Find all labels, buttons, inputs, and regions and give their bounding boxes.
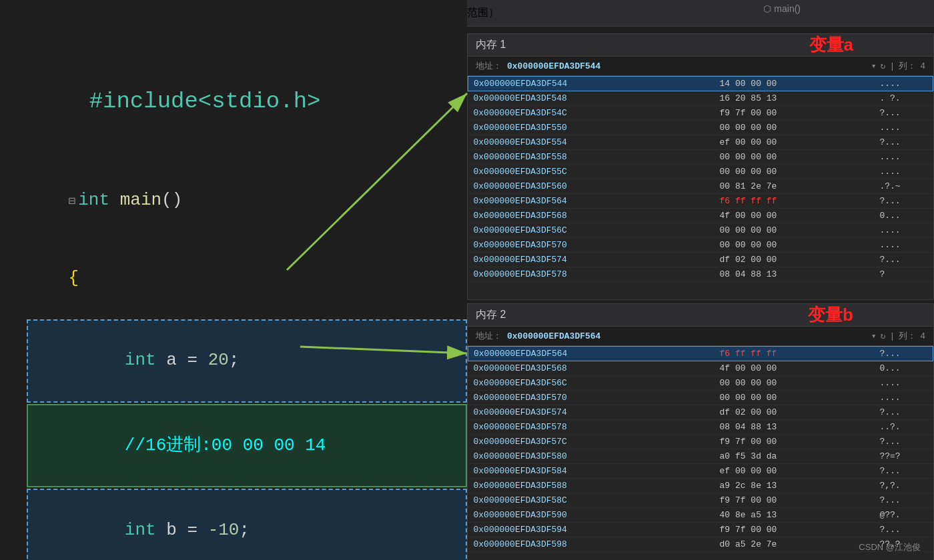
open-brace-line: { [27, 241, 467, 317]
memory-panel-1: 内存 1 变量a 地址： 0x000000EFDA3DF544 ▾ ↻ | 列：… [467, 33, 934, 300]
addr-controls-2: ▾ ↻ | 列： 4 [871, 330, 925, 342]
line-b-highlight: int b = -10; [27, 489, 467, 560]
main-label: ⬡ main() [763, 3, 801, 14]
addr-value-1: 0x000000EFDA3DF544 [507, 61, 600, 71]
table-row: 0x000000EFDA3DF564f6 ff ff ff?... [468, 194, 933, 209]
refresh-icon-1[interactable]: ↻ [881, 61, 886, 71]
func-decl-line: ⊟int main() [27, 163, 467, 239]
memory-panel-2: 内存 2 变量b 地址： 0x000000EFDA3DF564 ▾ ↻ | 列：… [467, 303, 934, 560]
table-row: 0x000000EFDA3DF54816 20 85 13. ?. [468, 91, 933, 106]
table-row: 0x000000EFDA3DF57808 04 88 13? [468, 267, 933, 282]
memory-label-b: 变量b [808, 303, 853, 327]
memory-address-bar-1: 地址： 0x000000EFDA3DF544 ▾ ↻ | 列： 4 [468, 57, 933, 76]
include-line: #include<stdio.h> [27, 60, 467, 143]
refresh-icon-2[interactable]: ↻ [881, 331, 886, 341]
table-row: 0x000000EFDA3DF58Cf9 7f 00 00?... [468, 493, 933, 508]
addr-label-1: 地址： [476, 60, 502, 72]
memory-scroll-1: 0x000000EFDA3DF54414 00 00 00....0x00000… [468, 76, 933, 301]
table-row: 0x000000EFDA3DF554ef 00 00 00?... [468, 135, 933, 150]
table-row: 0x000000EFDA3DF56000 81 2e 7e.?.~ [468, 179, 933, 194]
table-row: 0x000000EFDA3DF55000 00 00 00.... [468, 121, 933, 135]
memory-header-1: 内存 1 变量a [468, 34, 933, 57]
addr-controls-1: ▾ ↻ | 列： 4 [871, 60, 925, 72]
table-row: 0x000000EFDA3DF57000 00 00 00.... [468, 238, 933, 253]
table-row: 0x000000EFDA3DF5684f 00 00 000... [468, 361, 933, 376]
table-row: 0x000000EFDA3DF57000 00 00 00.... [468, 391, 933, 405]
memory-label-a: 变量a [809, 33, 853, 57]
table-row: 0x000000EFDA3DF584ef 00 00 00?... [468, 464, 933, 479]
table-row: 0x000000EFDA3DF56C00 00 00 00.... [468, 376, 933, 391]
memory-title-1: 内存 1 [476, 38, 506, 52]
table-row: 0x000000EFDA3DF594f9 7f 00 00?... [468, 523, 933, 537]
table-row: 0x000000EFDA3DF54414 00 00 00.... [468, 77, 933, 91]
line-a-highlight: int a = 20; [27, 319, 467, 403]
table-row: 0x000000EFDA3DF55800 00 00 00.... [468, 150, 933, 165]
memory-scroll-2: 0x000000EFDA3DF564f6 ff ff ff?...0x00000… [468, 346, 933, 560]
memory-title-2: 内存 2 [476, 308, 506, 322]
table-row: 0x000000EFDA3DF56C00 00 00 00.... [468, 223, 933, 238]
comment-a: //16进制:00 00 00 14 [41, 408, 452, 483]
code-editor: #include<stdio.h> ⊟int main() { int a = … [0, 0, 467, 560]
table-row: 0x000000EFDA3DF588a9 2c 8e 13?,?. [468, 479, 933, 493]
memory-table-1: 0x000000EFDA3DF54414 00 00 00....0x00000… [468, 76, 933, 282]
line-a: int a = 20; [41, 323, 452, 399]
memory-address-bar-2: 地址： 0x000000EFDA3DF564 ▾ ↻ | 列： 4 [468, 327, 933, 346]
table-row: 0x000000EFDA3DF564f6 ff ff ff?... [468, 347, 933, 361]
addr-label-2: 地址： [476, 330, 502, 342]
watermark: CSDN @江池俊 [859, 541, 921, 553]
memory-table-2: 0x000000EFDA3DF564f6 ff ff ff?...0x00000… [468, 346, 933, 552]
table-row: 0x000000EFDA3DF580a0 f5 3d da??=? [468, 449, 933, 464]
memory-header-2: 内存 2 变量b [468, 304, 933, 327]
table-row: 0x000000EFDA3DF57808 04 88 13..?. [468, 420, 933, 435]
line-b: int b = -10; [41, 493, 452, 560]
table-row: 0x000000EFDA3DF57Cf9 7f 00 00?... [468, 435, 933, 449]
table-row: 0x000000EFDA3DF574df 02 00 00?... [468, 253, 933, 267]
table-row: 0x000000EFDA3DF59040 8e a5 13@??. [468, 508, 933, 523]
addr-value-2: 0x000000EFDA3DF564 [507, 331, 600, 341]
table-row: 0x000000EFDA3DF5684f 00 00 000... [468, 209, 933, 223]
table-row: 0x000000EFDA3DF54Cf9 7f 00 00?... [468, 106, 933, 121]
table-row: 0x000000EFDA3DF574df 02 00 00?... [468, 405, 933, 420]
table-row: 0x000000EFDA3DF55C00 00 00 00.... [468, 165, 933, 179]
comment-a-highlight: //16进制:00 00 00 14 [27, 404, 467, 487]
